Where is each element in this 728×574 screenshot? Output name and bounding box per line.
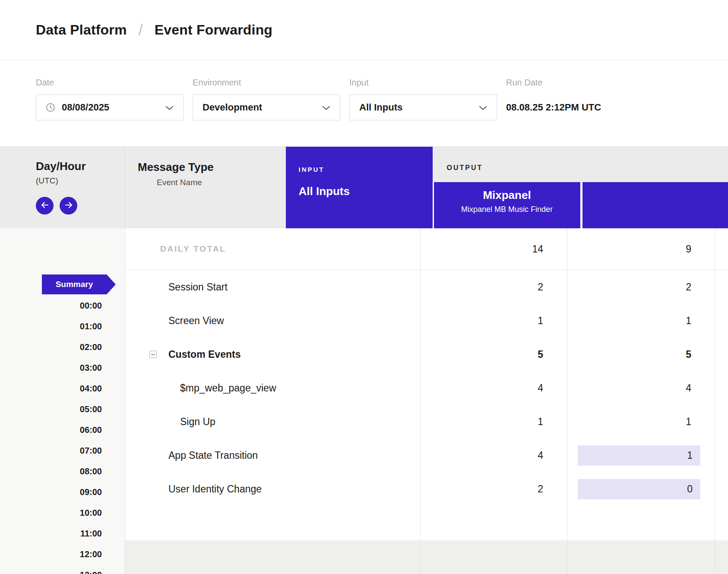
run-date-label: Run Date	[506, 78, 601, 88]
input-count: 4	[421, 371, 567, 405]
event-name: Custom Events	[125, 349, 241, 360]
day-nav-buttons	[36, 197, 125, 214]
input-count: 1	[421, 405, 567, 438]
input-filter-label: Input	[349, 78, 497, 88]
run-date-value: 08.08.25 2:12PM UTC	[506, 95, 601, 120]
date-filter-group: Date 08/08/2025	[36, 78, 184, 146]
partner-subtitle: Mixpanel MB Music Finder	[434, 205, 580, 214]
footer-area	[125, 540, 728, 574]
highlighted-output-cell[interactable]: 1	[578, 445, 700, 466]
environment-filter-group: Environment Development	[193, 78, 340, 146]
date-value: 08/08/2025	[62, 102, 165, 113]
input-value: All Inputs	[359, 102, 479, 113]
hour-item[interactable]: 07:00	[0, 440, 125, 461]
input-count: 2	[421, 270, 567, 304]
output-partner-header[interactable]: Mixpanel Mixpanel MB Music Finder	[433, 182, 580, 228]
hour-item[interactable]: 00:00	[0, 295, 125, 316]
chevron-down-icon	[322, 102, 330, 113]
hours-column: Summary 00:0001:0002:0003:0004:0005:0006…	[0, 228, 125, 574]
output-count: 2	[567, 270, 715, 304]
event-row: Session Start22	[125, 270, 728, 304]
hour-item[interactable]: 04:00	[0, 378, 125, 399]
hour-item[interactable]: 12:00	[0, 544, 125, 565]
output-count: 1	[567, 438, 715, 472]
event-row: Screen View11	[125, 304, 728, 337]
event-row: App State Transition41	[125, 438, 728, 472]
rows-area: DAILY TOTAL 14 9 Session Start22Screen V…	[125, 228, 728, 574]
day-hour-header: Day/Hour (UTC)	[0, 147, 125, 228]
breadcrumb-separator-icon: /	[139, 21, 143, 39]
filter-bar: Date 08/08/2025 Environment Development	[0, 60, 728, 146]
collapse-minus-icon[interactable]	[149, 351, 157, 358]
breadcrumb-section[interactable]: Data Platform	[36, 22, 127, 38]
previous-day-button[interactable]	[36, 197, 54, 214]
output-column-label: OUTPUT	[433, 147, 580, 182]
input-count: 4	[421, 438, 567, 472]
event-row: User Identity Change20	[125, 472, 728, 506]
daily-total-row: DAILY TOTAL 14 9	[125, 228, 728, 270]
event-forwarding-page: Data Platform / Event Forwarding Date 08…	[0, 0, 728, 574]
hour-item[interactable]: 13:00	[0, 565, 125, 574]
hour-item[interactable]: 05:00	[0, 399, 125, 419]
day-hour-title: Day/Hour	[36, 160, 125, 173]
hour-item[interactable]: 10:00	[0, 502, 125, 523]
date-filter-label: Date	[36, 78, 184, 88]
environment-dropdown[interactable]: Development	[193, 95, 340, 120]
input-column-label: INPUT	[299, 166, 433, 173]
daily-total-label: DAILY TOTAL	[125, 244, 226, 254]
table-header: Day/Hour (UTC) Message Type Event Name I…	[0, 146, 728, 228]
hour-item[interactable]: 01:00	[0, 316, 125, 337]
input-dropdown[interactable]: All Inputs	[349, 95, 497, 120]
output-column-header: OUTPUT Mixpanel Mixpanel MB Music Finder	[433, 147, 580, 228]
input-count: 1	[421, 304, 567, 337]
event-name: App State Transition	[125, 450, 258, 461]
hour-item[interactable]: 02:00	[0, 337, 125, 357]
next-output-column-edge	[580, 147, 728, 228]
daily-total-input: 14	[421, 228, 567, 270]
event-name: Session Start	[125, 281, 228, 293]
event-row: Sign Up11	[125, 405, 728, 438]
output-count: 4	[567, 371, 715, 405]
table-body: Summary 00:0001:0002:0003:0004:0005:0006…	[0, 228, 728, 574]
event-row: $mp_web_page_view44	[125, 371, 728, 405]
spacer-row	[125, 506, 728, 540]
chevron-down-icon	[479, 102, 487, 113]
output-count: 0	[567, 472, 715, 506]
input-column-value: All Inputs	[299, 185, 433, 198]
environment-filter-label: Environment	[193, 78, 340, 88]
date-dropdown[interactable]: 08/08/2025	[36, 95, 184, 120]
event-name: Screen View	[125, 315, 224, 327]
input-column-header[interactable]: INPUT All Inputs	[286, 147, 433, 228]
input-filter-group: Input All Inputs	[349, 78, 497, 146]
message-type-title: Message Type	[138, 161, 286, 174]
partner-name: Mixpanel	[434, 189, 580, 202]
environment-value: Development	[203, 102, 322, 113]
run-date-group: Run Date 08.08.25 2:12PM UTC	[506, 78, 601, 146]
summary-badge[interactable]: Summary	[42, 274, 107, 294]
hour-item[interactable]: 03:00	[0, 357, 125, 378]
event-name: $mp_web_page_view	[125, 382, 276, 394]
next-output-partner-edge[interactable]	[580, 182, 728, 228]
hour-item[interactable]: 11:00	[0, 523, 125, 544]
input-count: 2	[421, 472, 567, 506]
next-day-button[interactable]	[60, 197, 77, 214]
hour-item[interactable]: 06:00	[0, 419, 125, 440]
output-count: 1	[567, 304, 715, 337]
hour-list: 00:0001:0002:0003:0004:0005:0006:0007:00…	[0, 295, 125, 574]
page-title: Event Forwarding	[155, 22, 272, 38]
highlighted-output-cell[interactable]: 0	[578, 479, 700, 499]
day-hour-subtitle: (UTC)	[36, 176, 125, 186]
clock-icon	[46, 103, 55, 112]
event-name: User Identity Change	[125, 483, 262, 495]
output-count: 1	[567, 405, 715, 438]
event-row: Custom Events55	[125, 337, 728, 371]
breadcrumb: Data Platform / Event Forwarding	[0, 0, 728, 60]
input-count: 5	[421, 337, 567, 371]
event-name: Sign Up	[125, 416, 215, 428]
left-arrow-icon	[41, 202, 49, 210]
output-count: 5	[567, 337, 715, 371]
right-arrow-icon	[64, 202, 73, 210]
hour-item[interactable]: 09:00	[0, 482, 125, 502]
hour-item[interactable]: 08:00	[0, 461, 125, 482]
chevron-down-icon	[165, 102, 174, 113]
